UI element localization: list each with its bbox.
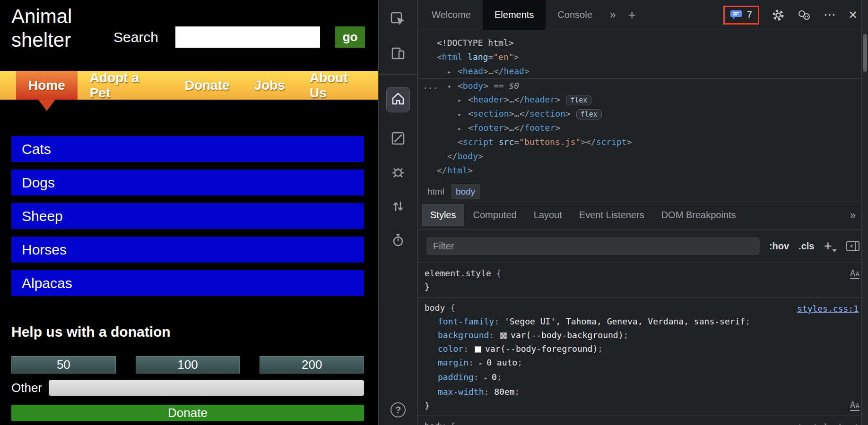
amount-button-50[interactable]: 50 xyxy=(11,356,116,374)
category-button-sheep[interactable]: Sheep xyxy=(11,203,364,229)
style-filter-input[interactable] xyxy=(426,237,760,255)
devtools-tab-console[interactable]: Console xyxy=(546,0,604,30)
flex-badge[interactable]: flex xyxy=(566,95,591,105)
css-property-line[interactable]: color: var(--body-foreground); xyxy=(418,342,868,356)
nav-item-adopt-a-pet[interactable]: Adopt a Pet xyxy=(78,71,173,100)
help-icon[interactable]: ? xyxy=(391,402,406,417)
more-tabs-icon[interactable]: » xyxy=(604,8,622,21)
css-property-line[interactable]: background: var(--body-background); xyxy=(418,328,868,342)
nav-item-jobs[interactable]: Jobs xyxy=(242,71,297,100)
font-editor-icon[interactable]: AA xyxy=(850,400,859,411)
nav-item-about-us[interactable]: About Us xyxy=(297,71,378,100)
breadcrumb-html[interactable]: html xyxy=(423,184,449,199)
value-expander-icon[interactable]: ▸ xyxy=(479,357,483,370)
donation-heading: Help us with a donation xyxy=(11,324,364,340)
category-button-cats[interactable]: Cats xyxy=(11,136,364,162)
styles-tab-layout[interactable]: Layout xyxy=(525,204,571,226)
stylesheet-link[interactable]: styles.css:1 xyxy=(797,302,859,315)
css-rule-close: } xyxy=(418,399,868,412)
styles-tab-dom-breakpoints[interactable]: DOM Breakpoints xyxy=(653,204,745,226)
settings-gear-icon[interactable] xyxy=(772,8,785,22)
issues-icon[interactable] xyxy=(730,9,743,21)
category-button-horses[interactable]: Horses xyxy=(11,237,364,263)
other-amount-input[interactable] xyxy=(49,380,364,396)
css-rule: body {styles.css:1font-family: 'Segoe UI… xyxy=(418,298,868,416)
site-title: Animal shelter xyxy=(11,5,72,51)
elements-panel-icon[interactable] xyxy=(390,130,406,146)
amount-button-200[interactable]: 200 xyxy=(260,356,364,374)
other-amount-label: Other xyxy=(11,381,42,395)
dom-tree-node[interactable]: </body> xyxy=(418,149,868,163)
hover-state-toggle[interactable]: :hov xyxy=(769,241,789,252)
dom-tree-node[interactable]: ▸<header>…</header>flex xyxy=(418,93,868,107)
tree-expander-icon[interactable]: ▸ xyxy=(458,107,468,121)
issues-counter[interactable]: 7 xyxy=(747,9,752,20)
overflow-menu-icon[interactable]: ⋯ xyxy=(824,8,836,22)
search-go-button[interactable]: go xyxy=(335,26,365,48)
flex-badge[interactable]: flex xyxy=(576,109,602,119)
browser-viewport: Animal shelter Search go HomeAdopt a Pet… xyxy=(0,0,378,425)
dom-tree-node[interactable]: ▸<section>…</section>flex xyxy=(418,107,868,121)
amount-button-100[interactable]: 100 xyxy=(136,356,240,374)
value-expander-icon[interactable]: ▸ xyxy=(484,371,488,385)
css-rule: element.style {}AA xyxy=(418,263,868,298)
css-property-line[interactable]: max-width: 80em; xyxy=(418,385,868,399)
dom-tree-node[interactable]: <!DOCTYPE html> xyxy=(418,36,868,50)
styles-pane: element.style {}AAbody {styles.css:1font… xyxy=(418,263,868,425)
inspect-element-icon[interactable] xyxy=(390,11,406,27)
css-property-line[interactable]: margin: ▸0 auto; xyxy=(418,356,868,370)
css-property-line[interactable]: padding: ▸0; xyxy=(418,370,868,385)
feedback-icon[interactable] xyxy=(797,9,811,21)
dom-tree-node[interactable]: ▸<footer>…</footer> xyxy=(418,121,868,135)
devtools-toolbar-right: 7 ⋯ ✕ xyxy=(723,6,868,25)
styles-tab-event-listeners[interactable]: Event Listeners xyxy=(571,204,653,226)
add-tab-button[interactable]: + xyxy=(622,8,642,23)
styles-tab-computed[interactable]: Computed xyxy=(464,204,525,226)
donation-amounts: 50100200 xyxy=(11,356,364,374)
devtools-tab-welcome[interactable]: Welcome xyxy=(420,0,483,30)
nav-item-home[interactable]: Home xyxy=(16,71,78,100)
performance-icon[interactable] xyxy=(390,232,406,248)
main-nav: HomeAdopt a PetDonateJobsAbout Us xyxy=(0,71,378,100)
tree-expander-icon[interactable]: ▸ xyxy=(458,93,468,107)
device-toolbar-icon[interactable] xyxy=(390,45,406,61)
dom-tree-node[interactable]: ...▾<body> == $0 xyxy=(418,78,868,93)
nav-item-donate[interactable]: Donate xyxy=(173,71,242,100)
color-swatch-checker[interactable] xyxy=(500,332,507,339)
category-list: CatsDogsSheepHorsesAlpacas xyxy=(11,136,364,296)
computed-sidebar-toggle-icon[interactable] xyxy=(846,241,859,251)
selected-node-marker: == $0 xyxy=(488,81,519,91)
devtools-scrollbar[interactable] xyxy=(861,0,868,425)
hidden-nodes-ellipsis[interactable]: ... xyxy=(423,79,438,93)
css-property-line[interactable]: font-family: 'Segoe UI', Tahoma, Geneva,… xyxy=(418,314,868,328)
donate-button[interactable]: Donate xyxy=(11,405,364,421)
dom-tree-node[interactable]: ▸<head>…</head> xyxy=(418,64,868,78)
css-rule-close: } xyxy=(418,280,868,294)
css-selector-line[interactable]: element.style { xyxy=(418,266,868,280)
devtools-tab-elements[interactable]: Elements xyxy=(483,0,546,30)
new-style-rule-button[interactable]: + xyxy=(824,238,837,254)
dom-tree-node[interactable]: </html> xyxy=(418,163,868,178)
site-header: Animal shelter Search go xyxy=(0,0,378,71)
category-button-alpacas[interactable]: Alpacas xyxy=(11,270,364,296)
dom-tree-node[interactable]: <html lang="en"> xyxy=(418,50,868,64)
category-button-dogs[interactable]: Dogs xyxy=(11,170,364,196)
close-devtools-button[interactable]: ✕ xyxy=(848,8,858,22)
dom-tree-node[interactable]: <script src="buttons.js"></script> xyxy=(418,135,868,149)
activity-bar: ? xyxy=(378,0,418,425)
tree-expander-icon[interactable]: ▾ xyxy=(447,79,458,94)
debugger-icon[interactable] xyxy=(390,164,406,180)
styles-tab-styles[interactable]: Styles xyxy=(422,204,464,226)
devtools-tab-strip: WelcomeElementsConsole » + 7 ⋯ ✕ xyxy=(418,0,868,30)
class-toggle[interactable]: .cls xyxy=(799,241,814,252)
breadcrumb-body[interactable]: body xyxy=(451,184,480,199)
scrollbar-thumb[interactable] xyxy=(863,34,867,72)
font-editor-icon[interactable]: AA xyxy=(850,269,859,279)
tree-expander-icon[interactable]: ▸ xyxy=(458,121,468,136)
stylesheet-origin-note: user agent stylesheet xyxy=(751,420,859,425)
network-icon[interactable] xyxy=(390,198,406,214)
tree-expander-icon[interactable]: ▸ xyxy=(447,65,458,79)
activity-home-button[interactable] xyxy=(386,87,410,112)
color-swatch-white[interactable] xyxy=(475,346,481,353)
search-input[interactable] xyxy=(175,26,320,48)
